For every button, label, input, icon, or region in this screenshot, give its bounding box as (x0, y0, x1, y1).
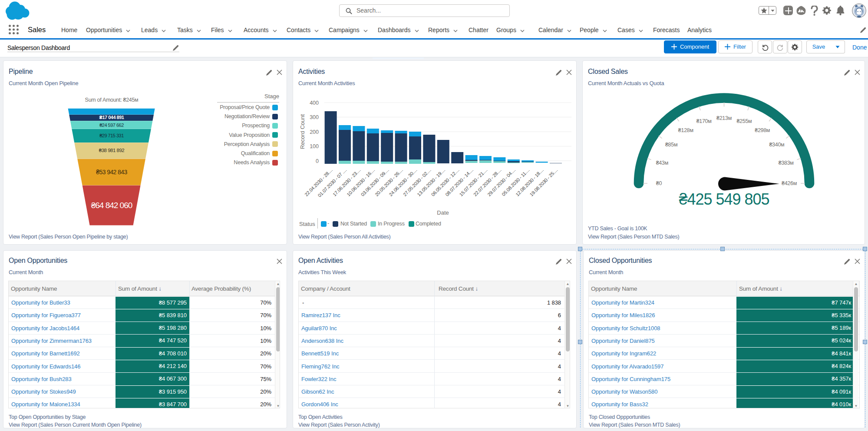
svg-text:Stage: Stage (264, 93, 279, 99)
svg-text:Sum of Amount: ₴245м: Sum of Amount: ₴245м (85, 97, 139, 103)
svg-text:₴53 942 843: ₴53 942 843 (96, 169, 127, 176)
svg-text:₴340м: ₴340м (769, 142, 784, 148)
svg-text:₴383м: ₴383м (779, 160, 794, 166)
svg-text:₴0: ₴0 (656, 180, 662, 186)
svg-text:₴426м: ₴426м (782, 180, 797, 186)
svg-text:₴29 715 331: ₴29 715 331 (99, 133, 124, 138)
svg-text:Date: Date (437, 209, 449, 216)
svg-text:100: 100 (310, 143, 319, 149)
svg-text:₴170м: ₴170м (696, 118, 712, 124)
svg-text:0: 0 (316, 158, 319, 164)
svg-text:₴24 597 662: ₴24 597 662 (99, 123, 124, 128)
svg-text:₴85м: ₴85м (665, 142, 677, 148)
svg-text:₴38 981 892: ₴38 981 892 (99, 148, 125, 153)
svg-text:300: 300 (310, 114, 319, 120)
svg-text:₴128м: ₴128м (678, 127, 693, 133)
svg-text:Record Count: Record Count (299, 114, 306, 149)
svg-text:₴17 044 891: ₴17 044 891 (99, 115, 124, 120)
svg-text:₴213м: ₴213м (716, 115, 732, 121)
svg-text:₴298м: ₴298м (755, 127, 770, 133)
svg-text:₴425 549 805: ₴425 549 805 (679, 190, 769, 208)
svg-text:400: 400 (310, 100, 319, 106)
svg-text:₴43м: ₴43м (656, 160, 668, 166)
svg-text:₴64 842 060: ₴64 842 060 (91, 201, 132, 210)
svg-text:₴255м: ₴255м (736, 118, 752, 124)
svg-text:200: 200 (310, 129, 319, 135)
